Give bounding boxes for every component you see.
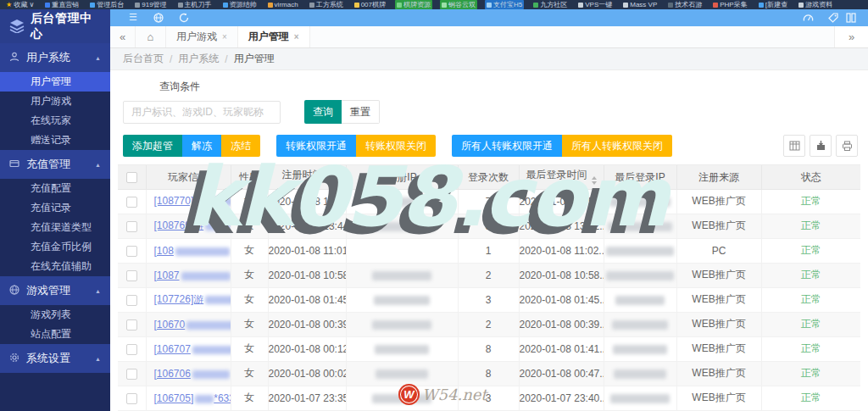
bookmark-item[interactable]: 支付宝H5 [485, 0, 524, 9]
bookmark-label: 资源结帅 [230, 0, 257, 9]
sidebar-section[interactable]: 游戏管理▲ [0, 276, 110, 305]
bookmark-item[interactable]: 资源结帅 [221, 0, 259, 9]
cell-player: [1087 [146, 263, 231, 287]
player-link[interactable]: [106707 [154, 343, 231, 355]
sidebar-item[interactable]: 用户管理 [0, 72, 110, 92]
breadcrumb-item: 用户管理 [234, 52, 275, 66]
row-checkbox[interactable] [126, 197, 137, 208]
player-link[interactable]: [108770]游 [154, 195, 231, 207]
action-button[interactable]: 所有人转账权限关闭 [562, 135, 672, 157]
sidebar-item[interactable]: 充值渠道类型 [0, 218, 110, 237]
bookmark-item[interactable]: 棋牌资源 [395, 0, 432, 9]
layers-icon [9, 19, 25, 33]
bookmark-item[interactable]: virmach [266, 0, 300, 9]
sidebar-section[interactable]: 用户系统▲ [0, 43, 110, 72]
tag-icon[interactable] [821, 13, 846, 23]
search-button[interactable]: 查询 [304, 100, 342, 124]
tab[interactable]: 用户游戏× [166, 26, 238, 47]
sidebar-item[interactable]: 在线玩家 [0, 111, 110, 131]
row-checkbox[interactable] [126, 369, 137, 380]
bookmark-item[interactable]: 919管理 [133, 0, 168, 9]
close-icon[interactable]: × [294, 32, 299, 42]
player-link[interactable]: [106706 [154, 368, 230, 380]
sidebar-item[interactable]: 充值配置 [0, 179, 110, 198]
player-link[interactable]: [108 [154, 245, 230, 257]
player-link[interactable]: [108769]游 [154, 219, 231, 231]
cell-source: WEB推广页 [676, 287, 761, 312]
chevron-up-icon: ▲ [95, 162, 101, 168]
breadcrumb-item[interactable]: 用户系统 [178, 52, 219, 66]
row-checkbox[interactable] [126, 344, 137, 355]
sidebar-item[interactable]: 在线充值辅助 [0, 257, 110, 276]
action-button[interactable]: 冻结 [221, 135, 260, 157]
cell-last-login-ip [604, 312, 676, 336]
sidebar-item[interactable]: 充值记录 [0, 198, 110, 218]
search-input[interactable] [123, 101, 281, 124]
export-icon[interactable] [810, 135, 832, 157]
star-icon: ★ [6, 2, 12, 8]
bookmark-item[interactable]: 钢谷云双 [440, 0, 477, 9]
table-row: [106707女2020-01-08 00:12...82020-01-08 0… [118, 336, 860, 361]
player-link[interactable]: [107726]游 [154, 293, 231, 305]
player-link[interactable]: [106705]*6337 [154, 392, 231, 404]
sidebar-item[interactable]: 赠送记录 [0, 131, 110, 150]
bookmark-label: 九方社区 [540, 0, 567, 9]
bookmark-item[interactable]: 主机刀手 [176, 0, 214, 9]
action-button[interactable]: 解冻 [182, 135, 221, 157]
redacted-blur [613, 345, 667, 354]
row-checkbox[interactable] [126, 319, 137, 330]
columns-icon[interactable] [846, 13, 858, 23]
sidebar-item[interactable]: 充值金币比例 [0, 237, 110, 257]
cell-last-login-time: 2020-01-08 00:47... [519, 361, 604, 386]
action-button[interactable]: 所有人转账权限开通 [452, 135, 562, 157]
sort-icon[interactable] [592, 174, 597, 187]
print-icon[interactable] [836, 135, 858, 157]
bookmark-item[interactable]: 007棋牌 [353, 0, 387, 9]
redacted-blur [195, 395, 214, 403]
bookmark-item[interactable]: 游戏资料 [797, 0, 834, 9]
dashboard-icon[interactable] [795, 13, 821, 23]
cell-status: 正常 [761, 238, 860, 263]
globe-icon[interactable] [146, 13, 171, 23]
player-link[interactable]: [10670 [154, 319, 231, 330]
bookmark-item[interactable]: 技术石游 [666, 0, 704, 9]
bookmark-item[interactable]: 九方社区 [531, 0, 569, 9]
bookmark-item[interactable]: VPS一键 [576, 0, 614, 9]
player-link[interactable]: [1087 [154, 269, 231, 281]
tab[interactable]: 用户管理× [238, 26, 310, 47]
sidebar-item[interactable]: 游戏列表 [0, 305, 110, 325]
bookmark-item[interactable]: Mass VP [621, 0, 659, 9]
home-tab-icon[interactable]: ⌂ [136, 26, 166, 47]
action-button[interactable]: 转账权限开通 [276, 135, 356, 157]
select-all-checkbox[interactable] [126, 172, 137, 183]
bookmark-item[interactable]: 管理后台 [88, 0, 125, 9]
tabs-scroll-left-icon[interactable]: « [110, 26, 136, 47]
bookmark-item[interactable]: [新建查 [757, 0, 789, 9]
row-checkbox[interactable] [126, 295, 137, 306]
action-button[interactable]: 转账权限关闭 [356, 135, 436, 157]
columns-filter-icon[interactable] [783, 135, 805, 157]
close-icon[interactable]: × [222, 32, 227, 42]
menu-collapse-icon[interactable]: ☰ [120, 12, 146, 23]
action-button[interactable]: 添加超管 [123, 135, 182, 157]
bookmark-item[interactable]: PHP采集 [711, 0, 748, 9]
redacted-blur [606, 271, 674, 280]
favicon-icon [533, 3, 538, 8]
row-checkbox[interactable] [126, 270, 137, 281]
bookmark-item[interactable]: 重直营销 [43, 0, 81, 9]
reset-button[interactable]: 重置 [342, 100, 380, 124]
sidebar-item[interactable]: 站点配置 [0, 325, 110, 344]
tabs-scroll-right-icon[interactable]: » [834, 26, 868, 47]
row-checkbox[interactable] [126, 393, 137, 404]
sort-icon[interactable] [327, 174, 332, 187]
bookmark-item[interactable]: ★收藏 ∨ [4, 0, 36, 9]
row-checkbox[interactable] [126, 246, 137, 257]
breadcrumb-item[interactable]: 后台首页 [123, 52, 164, 66]
refresh-icon[interactable] [171, 13, 197, 23]
sidebar-section[interactable]: 充值管理▲ [0, 150, 110, 179]
sidebar-item[interactable]: 用户游戏 [0, 92, 110, 111]
bookmark-item[interactable]: 工方系统 [308, 0, 345, 9]
row-checkbox[interactable] [126, 221, 137, 232]
cell-player: [107726]游 [146, 287, 231, 312]
sidebar-section[interactable]: 系统设置▲ [0, 344, 110, 373]
